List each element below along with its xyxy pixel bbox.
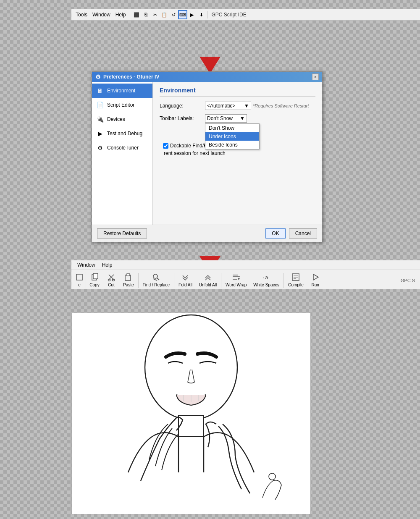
find-replace-button[interactable]: Find / Replace (139, 272, 173, 289)
sidebar-item-environment[interactable]: 🖥 Environment (92, 84, 152, 98)
sidebar-item-consoletuner[interactable]: ⚙ ConsoleTuner (92, 141, 152, 155)
gpc-label: GPC S (401, 278, 418, 283)
svg-line-13 (153, 279, 157, 280)
sidebar-item-script-editor[interactable]: 📄 Script Editor (92, 98, 152, 112)
unfold-all-icon-svg (204, 273, 212, 281)
svg-line-12 (157, 278, 159, 280)
tb-icon-copy[interactable]: ⎘ (141, 10, 150, 19)
tb-icon-paste[interactable]: 📋 (160, 10, 169, 19)
copy-button[interactable]: Copy (86, 272, 103, 289)
app-title: GPC Script IDE (211, 12, 246, 18)
menu-help[interactable]: Help (113, 11, 129, 18)
svg-rect-2 (76, 274, 82, 280)
meme-image-area (71, 313, 311, 514)
down-arrow-svg (193, 23, 227, 73)
language-row: Language: <Automatic> ▼ *Requires Softwa… (160, 102, 315, 110)
bottom-menu-window[interactable]: Window (75, 261, 98, 269)
dialog-action-buttons: OK Cancel (265, 228, 317, 239)
dialog-body: 🖥 Environment 📄 Script Editor 🔌 Devices … (92, 82, 322, 225)
meme-svg (86, 313, 296, 514)
svg-point-8 (113, 279, 115, 281)
svg-text:·: · (267, 274, 269, 280)
tb-partial-btn: e (73, 272, 86, 289)
toolbar-labels-value: Don't Show (207, 115, 233, 121)
sidebar-item-test-debug[interactable]: ▶ Test and Debug (92, 126, 152, 141)
fold-all-button[interactable]: Fold All (175, 272, 196, 289)
sidebar-consoletuner-label: ConsoleTuner (107, 145, 139, 151)
run-icon (311, 273, 320, 282)
tb-icon-arrow-right[interactable]: ▶ (187, 10, 197, 19)
toolbar-labels-label: Toolbar Labels: (160, 115, 202, 121)
dockable-checkbox[interactable] (163, 143, 168, 149)
partial-icon-svg (76, 273, 83, 281)
tb-icon-cut[interactable]: ✂ (150, 10, 160, 19)
ok-button[interactable]: OK (265, 228, 285, 239)
consoletuner-icon: ⚙ (96, 144, 104, 152)
script-editor-icon: 📄 (96, 101, 104, 109)
paste-button[interactable]: Paste (120, 272, 137, 289)
toolbar-labels-select[interactable]: Don't Show ▼ (205, 114, 247, 123)
toolbar-labels-arrow: ▼ (240, 115, 245, 121)
sidebar-item-devices[interactable]: 🔌 Devices (92, 112, 152, 126)
sep-4 (284, 273, 284, 288)
word-wrap-button[interactable]: Word Wrap (222, 272, 250, 289)
dialog-content: Environment Language: <Automatic> ▼ *Req… (153, 82, 322, 225)
bottom-section: Window Help e Copy (71, 260, 420, 289)
dropdown-option-dont-show[interactable]: Don't Show (205, 124, 259, 132)
copy-label: Copy (89, 283, 99, 287)
language-select[interactable]: <Automatic> ▼ (205, 102, 251, 110)
svg-text:·: · (263, 274, 265, 280)
unfold-all-button[interactable]: Unfold All (196, 272, 220, 289)
svg-point-11 (153, 274, 158, 278)
toolbar-dropdown-wrapper: Don't Show ▼ Don't Show Under Icons Besi… (205, 114, 247, 123)
white-spaces-label: White Spaces (253, 283, 279, 287)
language-dropdown-arrow: ▼ (244, 103, 249, 109)
run-button[interactable]: Run (307, 272, 324, 289)
test-debug-icon: ▶ (96, 130, 104, 137)
dialog-titlebar: ⚙ Preferences - Gtuner IV × (92, 72, 322, 82)
dropdown-option-under-icons[interactable]: Under Icons (205, 132, 259, 141)
paste-icon (124, 273, 133, 282)
devices-icon: 🔌 (96, 115, 104, 123)
menu-tools[interactable]: Tools (73, 11, 90, 18)
white-spaces-button[interactable]: · a · White Spaces (250, 272, 283, 289)
dialog-icon: ⚙ (95, 73, 101, 80)
bottom-menubar: Window Help (71, 260, 420, 270)
cut-icon (107, 273, 116, 282)
cut-button[interactable]: Cut (103, 272, 120, 289)
menu-window[interactable]: Window (90, 11, 113, 18)
sep-2 (174, 273, 174, 288)
tb-icon-undo[interactable]: ↺ (169, 10, 178, 19)
copy-icon-svg (90, 273, 99, 281)
tb-icon-keyboard[interactable]: ⌨ (178, 10, 187, 19)
bottom-menu-help[interactable]: Help (100, 261, 115, 269)
compile-button[interactable]: Compile (285, 272, 307, 289)
dialog-sidebar: 🖥 Environment 📄 Script Editor 🔌 Devices … (92, 82, 153, 225)
language-hint: *Requires Software Restart (253, 103, 309, 108)
restore-defaults-button[interactable]: Restore Defaults (97, 228, 147, 239)
tb-icon-1[interactable]: ⬛ (132, 10, 141, 19)
dialog-close-button[interactable]: × (312, 73, 319, 80)
dropdown-option-beside-icons[interactable]: Beside Icons (205, 141, 259, 149)
find-replace-icon-svg (152, 273, 160, 281)
tb-icon-download[interactable]: ⬇ (197, 10, 206, 19)
run-label: Run (312, 283, 319, 287)
cut-icon-svg (107, 273, 116, 281)
toolbar-labels-row: Toolbar Labels: Don't Show ▼ Don't Show … (160, 114, 315, 123)
dialog-title: Preferences - Gtuner IV (103, 74, 159, 80)
arrow-1 (193, 23, 227, 75)
sidebar-environment-label: Environment (107, 88, 135, 94)
language-control: <Automatic> ▼ *Requires Software Restart (205, 102, 309, 110)
bottom-toolbar: e Copy (71, 270, 420, 289)
sidebar-devices-label: Devices (107, 116, 125, 122)
run-icon-svg (311, 273, 320, 281)
titlebar-left: ⚙ Preferences - Gtuner IV (95, 73, 159, 80)
white-spaces-icon-svg: · a · (262, 273, 270, 281)
session-text: rent session for next launch (164, 150, 315, 156)
language-select-value: <Automatic> (207, 103, 235, 109)
svg-rect-4 (93, 273, 98, 279)
sidebar-script-editor-label: Script Editor (107, 102, 134, 108)
cancel-button[interactable]: Cancel (289, 228, 317, 239)
svg-marker-24 (313, 274, 318, 280)
fold-all-icon (181, 273, 190, 282)
